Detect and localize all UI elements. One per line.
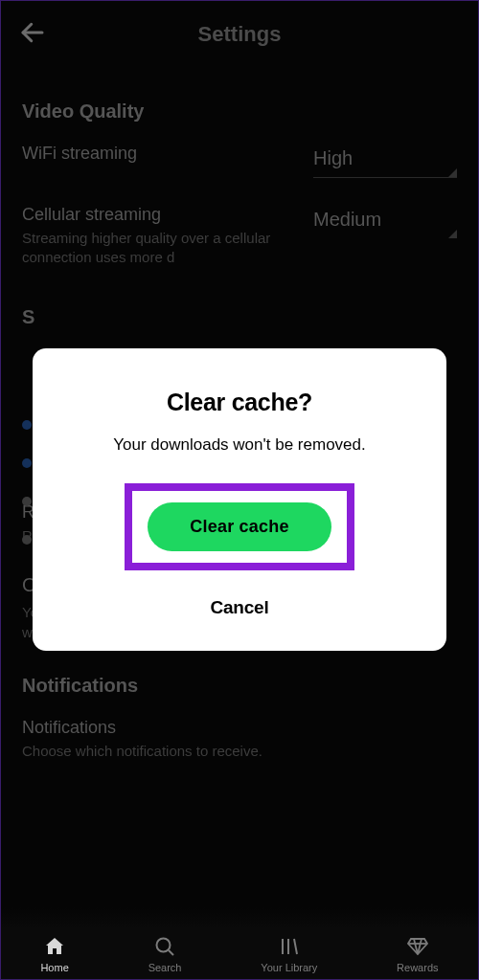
annotation-highlight: Clear cache <box>125 483 354 570</box>
modal-body: Your downloads won't be removed. <box>113 435 365 455</box>
modal-title: Clear cache? <box>167 389 312 416</box>
clear-cache-button[interactable]: Clear cache <box>148 502 331 551</box>
cancel-button[interactable]: Cancel <box>210 597 268 618</box>
modal-overlay: Clear cache? Your downloads won't be rem… <box>1 1 478 979</box>
clear-cache-modal: Clear cache? Your downloads won't be rem… <box>33 348 446 651</box>
